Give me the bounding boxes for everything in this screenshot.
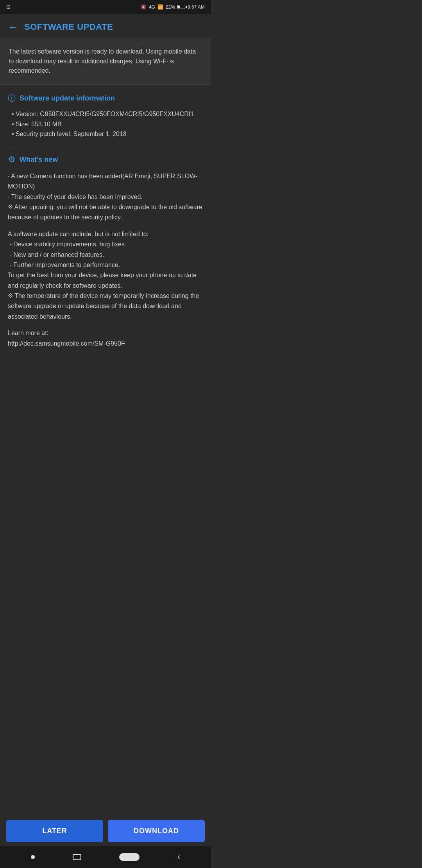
status-bar: ⊡ 🔇 4G 📶 22% 9:57 AM [0,0,211,14]
info-icon: ⓘ [8,93,16,104]
whats-new-header: ⚙ What's new [8,154,203,166]
time-label: 9:57 AM [188,4,205,11]
version-item: • Version: G950FXXU4CRI5/G950FOXM4CRI5/G… [9,109,203,119]
security-patch-item: • Security patch level: September 1, 201… [9,129,203,139]
notification-icon: ⊡ [6,4,11,11]
learn-more: Learn more at: http://doc.samsungmobile.… [8,328,203,384]
learn-more-label: Learn more at: [8,330,48,336]
notice-text: The latest software version is ready to … [9,47,202,76]
whats-new-title: What's new [20,155,58,165]
mute-icon: 🔇 [141,4,147,11]
more-info: A software update can include, but is no… [8,229,203,322]
header: ← SOFTWARE UPDATE [0,14,211,38]
notice-section: The latest software version is ready to … [0,38,211,85]
status-right: 🔇 4G 📶 22% 9:57 AM [141,4,205,11]
battery-percent: 22% [166,4,175,11]
divider [8,147,203,147]
whats-new-content: · A new Camera function has been added(A… [8,171,203,223]
whats-new-icon: ⚙ [8,154,16,166]
size-item: • Size: 553.10 MB [9,119,203,129]
back-button[interactable]: ← [8,22,18,32]
update-info-title: Software update information [20,93,115,103]
learn-more-url[interactable]: http://doc.samsungmobile.com/SM-G950F [8,340,125,347]
battery-icon [177,5,185,9]
signal-icon: 📶 [157,4,163,11]
network-label: 4G [149,4,155,11]
page-title: SOFTWARE UPDATE [24,21,113,33]
status-left: ⊡ [6,4,11,11]
main-content: ⓘ Software update information • Version:… [0,85,211,392]
update-info-header: ⓘ Software update information [8,93,203,104]
update-info-list: • Version: G950FXXU4CRI5/G950FOXM4CRI5/G… [8,109,203,139]
